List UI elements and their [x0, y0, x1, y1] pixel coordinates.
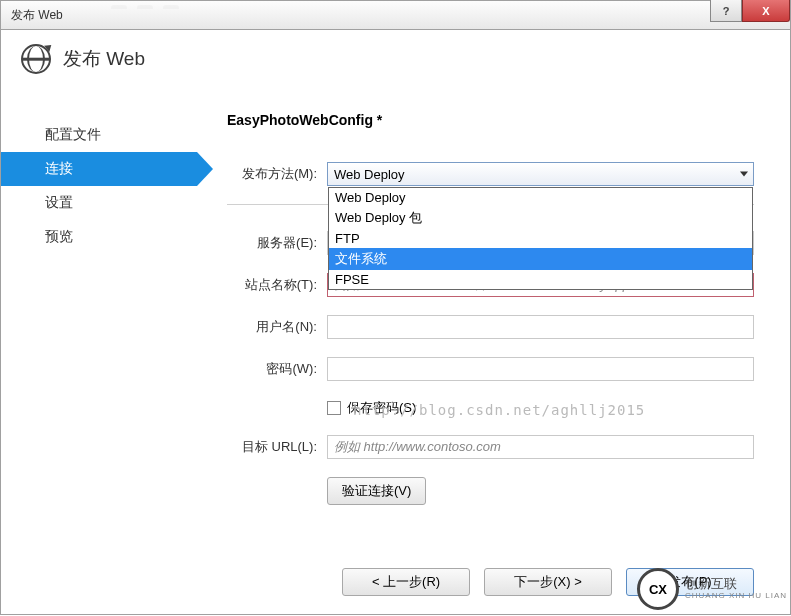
close-button[interactable]: X [742, 0, 790, 22]
prev-button[interactable]: < 上一步(R) [342, 568, 470, 596]
chevron-down-icon [740, 172, 748, 177]
label-server: 服务器(E): [227, 234, 327, 252]
dest-url-input[interactable]: 例如 http://www.contoso.com [327, 435, 754, 459]
save-password-checkbox[interactable] [327, 401, 341, 415]
sidebar-label: 预览 [45, 228, 73, 244]
sidebar-label: 连接 [45, 160, 73, 176]
dropdown-option-filesystem[interactable]: 文件系统 [329, 248, 752, 270]
password-input[interactable] [327, 357, 754, 381]
label-username: 用户名(N): [227, 318, 327, 336]
validate-connection-button[interactable]: 验证连接(V) [327, 477, 426, 505]
dropdown-option-fpse[interactable]: FPSE [329, 270, 752, 289]
brand-logo: CX 创新互联 CHUANG XIN HU LIAN [637, 568, 787, 610]
sidebar-item-profile[interactable]: 配置文件 [1, 118, 197, 152]
label-publish-method: 发布方法(M): [227, 165, 327, 183]
brand-icon: CX [637, 568, 679, 610]
publish-method-combo[interactable]: Web Deploy Web Deploy Web Deploy 包 FTP 文… [327, 162, 754, 186]
next-button[interactable]: 下一步(X) > [484, 568, 612, 596]
combo-selected-text: Web Deploy [334, 167, 405, 182]
publish-method-dropdown: Web Deploy Web Deploy 包 FTP 文件系统 FPSE [328, 187, 753, 290]
sidebar-label: 设置 [45, 194, 73, 210]
window-body: 发布 Web 配置文件 连接 设置 预览 http://blog.csdn.ne… [0, 30, 791, 615]
brand-name: 创新互联 [685, 577, 787, 591]
form-area: http://blog.csdn.net/aghllj2015 EasyPhot… [197, 94, 790, 553]
sidebar-label: 配置文件 [45, 126, 101, 142]
globe-upload-icon [21, 44, 51, 74]
help-button[interactable]: ? [710, 0, 742, 22]
label-site: 站点名称(T): [227, 276, 327, 294]
profile-name: EasyPhotoWebConfig * [227, 112, 754, 128]
label-dest-url: 目标 URL(L): [227, 438, 327, 456]
dropdown-option-webdeploy-pkg[interactable]: Web Deploy 包 [329, 207, 752, 229]
dropdown-option-webdeploy[interactable]: Web Deploy [329, 188, 752, 207]
watermark-text: http://blog.csdn.net/aghllj2015 [353, 402, 645, 418]
brand-sub: CHUANG XIN HU LIAN [685, 592, 787, 601]
dropdown-option-ftp[interactable]: FTP [329, 229, 752, 248]
sidebar-item-preview[interactable]: 预览 [1, 220, 197, 254]
titlebar: 发布 Web ? X [0, 0, 791, 30]
sidebar-item-connection[interactable]: 连接 [1, 152, 197, 186]
username-input[interactable] [327, 315, 754, 339]
background-tabs [111, 5, 179, 9]
wizard-title: 发布 Web [63, 46, 145, 72]
window-title: 发布 Web [11, 7, 63, 24]
sidebar-item-settings[interactable]: 设置 [1, 186, 197, 220]
wizard-header: 发布 Web [1, 30, 790, 94]
label-password: 密码(W): [227, 360, 327, 378]
wizard-steps-sidebar: 配置文件 连接 设置 预览 [1, 94, 197, 553]
